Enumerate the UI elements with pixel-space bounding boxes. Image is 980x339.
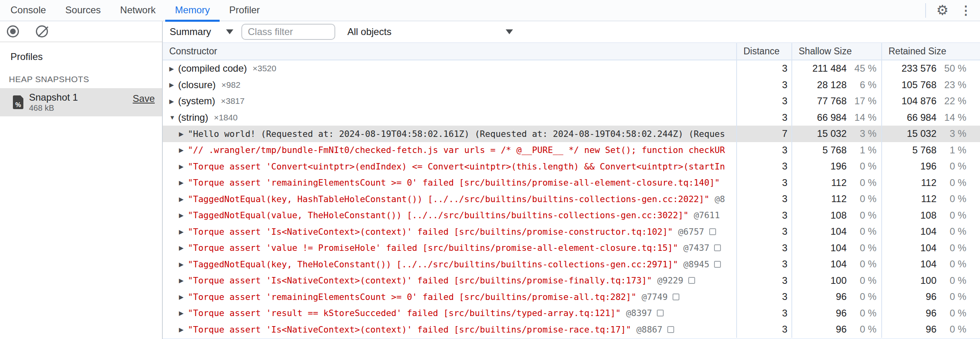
chevron-collapsed-icon[interactable]: ▶: [179, 294, 188, 300]
table-row[interactable]: ▶"TaggedNotEqual(key, TheHoleConstant())…: [163, 256, 980, 273]
retained-size-percent: 0 %: [936, 308, 980, 319]
distance-cell: 3: [737, 175, 792, 191]
chevron-collapsed-icon[interactable]: ▶: [179, 212, 188, 218]
retained-size-value: 5 768: [882, 145, 936, 156]
reveal-object-icon[interactable]: [709, 228, 716, 235]
distance-cell: 3: [737, 240, 792, 256]
sidebar-item-snapshot-1[interactable]: % Snapshot 1 468 kB Save: [0, 88, 162, 116]
retained-size-cell: 105 76823 %: [882, 77, 980, 93]
retained-size-percent: 0 %: [936, 324, 980, 335]
constructor-cell: ▶(system)×3817: [163, 93, 737, 110]
gear-icon[interactable]: ⚙: [936, 0, 949, 21]
table-row[interactable]: ▶"Torque assert 'Is<NativeContext>(conte…: [163, 223, 980, 240]
tabbar-divider: [925, 3, 926, 18]
object-id: @7611: [694, 210, 720, 220]
reveal-object-icon[interactable]: [714, 244, 721, 251]
table-row[interactable]: ▶"TaggedNotEqual(key, HashTableHoleConst…: [163, 191, 980, 207]
shallow-size-percent: 0 %: [847, 308, 881, 319]
shallow-size-cell: 1040 %: [792, 256, 882, 273]
chevron-collapsed-icon[interactable]: ▶: [179, 163, 188, 170]
reveal-object-icon[interactable]: [657, 310, 664, 316]
reveal-object-icon[interactable]: [667, 326, 674, 333]
table-row[interactable]: ▶(closure)×982328 1286 %105 76823 %: [163, 77, 980, 93]
chevron-collapsed-icon[interactable]: ▶: [169, 82, 178, 88]
column-header-shallow-size[interactable]: Shallow Size: [792, 43, 882, 60]
chevron-collapsed-icon[interactable]: ▶: [179, 196, 188, 202]
distance-cell: 3: [737, 305, 792, 322]
shallow-size-percent: 14 %: [847, 112, 881, 123]
column-header-constructor[interactable]: Constructor: [163, 43, 737, 60]
table-row[interactable]: ▶"Hello world! (Requested at: 2024-08-19…: [163, 126, 980, 142]
shallow-size-cell: 960 %: [792, 289, 882, 305]
constructor-name: (string): [178, 112, 208, 123]
reveal-object-icon[interactable]: [673, 294, 679, 300]
view-select[interactable]: Summary: [170, 21, 233, 42]
constructor-cell: ▶(compiled code)×3520: [163, 60, 737, 77]
shallow-size-cell: 66 98414 %: [792, 110, 882, 126]
table-row[interactable]: ▶(system)×3817377 76817 %104 87622 %: [163, 93, 980, 110]
chevron-collapsed-icon[interactable]: ▶: [179, 229, 188, 235]
table-row[interactable]: ▶"// .wrangler/tmp/bundle-FmNIt0/checked…: [163, 142, 980, 159]
tab-memory[interactable]: Memory: [165, 0, 220, 21]
table-row[interactable]: ▶"Torque assert 'Is<NativeContext>(conte…: [163, 273, 980, 289]
distance-cell: 3: [737, 191, 792, 207]
chevron-collapsed-icon[interactable]: ▶: [179, 147, 188, 153]
shallow-size-value: 96: [792, 308, 847, 319]
heap-snapshot-icon: %: [13, 95, 23, 109]
tab-console[interactable]: Console: [1, 0, 56, 21]
chevron-collapsed-icon[interactable]: ▶: [169, 66, 178, 72]
shallow-size-cell: 960 %: [792, 305, 882, 322]
chevron-collapsed-icon[interactable]: ▶: [179, 131, 188, 137]
chevron-collapsed-icon[interactable]: ▶: [179, 261, 188, 267]
clear-profiles-icon[interactable]: [36, 25, 48, 37]
table-row[interactable]: ▶"Torque assert 'result == kStoreSuccede…: [163, 305, 980, 322]
distance-cell: 3: [737, 93, 792, 110]
shallow-size-value: 77 768: [792, 95, 847, 107]
chevron-collapsed-icon[interactable]: ▶: [179, 310, 188, 316]
kebab-menu-icon[interactable]: ⋮: [960, 0, 972, 21]
table-row[interactable]: ▶"Torque assert 'value != PromiseHole' f…: [163, 240, 980, 256]
record-dot: [10, 29, 16, 34]
shallow-size-percent: 1 %: [847, 145, 881, 156]
string-value: "// .wrangler/tmp/bundle-FmNIt0/checked-…: [188, 145, 725, 155]
retained-size-cell: 1040 %: [882, 256, 980, 273]
string-value: "Torque assert 'remainingElementsCount >…: [188, 292, 636, 302]
instance-count: ×982: [221, 80, 240, 90]
record-heap-snapshot-icon[interactable]: [7, 25, 19, 37]
class-filter-input[interactable]: [241, 24, 335, 40]
chevron-collapsed-icon[interactable]: ▶: [179, 277, 188, 283]
chevron-collapsed-icon[interactable]: ▶: [179, 180, 188, 186]
column-header-distance[interactable]: Distance: [737, 43, 792, 60]
shallow-size-value: 96: [792, 291, 847, 302]
table-row[interactable]: ▶"Torque assert 'remainingElementsCount …: [163, 289, 980, 305]
retained-size-percent: 0 %: [936, 258, 980, 270]
retained-size-cell: 1040 %: [882, 223, 980, 240]
retained-size-cell: 5 7681 %: [882, 142, 980, 159]
distance-cell: 3: [737, 77, 792, 93]
table-row[interactable]: ▶(compiled code)×35203211 48445 %233 576…: [163, 60, 980, 77]
tab-network[interactable]: Network: [110, 0, 165, 21]
column-header-retained-size[interactable]: Retained Size: [882, 43, 980, 60]
constructor-cell: ▶"TaggedNotEqual(value, TheHoleConstant(…: [163, 207, 737, 224]
save-snapshot-link[interactable]: Save: [133, 93, 155, 104]
retained-size-value: 104: [882, 226, 936, 237]
chevron-collapsed-icon[interactable]: ▶: [169, 98, 178, 104]
reveal-object-icon[interactable]: [714, 261, 721, 268]
string-value: "Hello world! (Requested at: 2024-08-19T…: [188, 129, 725, 139]
table-row[interactable]: ▶"Torque assert 'remainingElementsCount …: [163, 175, 980, 191]
table-row[interactable]: ▶"Torque assert 'Convert<uintptr>(endInd…: [163, 158, 980, 175]
tab-profiler[interactable]: Profiler: [220, 0, 270, 21]
retained-size-cell: 960 %: [882, 305, 980, 322]
objects-select[interactable]: All objects: [347, 21, 513, 42]
table-row[interactable]: ▼(string)×1840366 98414 %66 98414 %: [163, 110, 980, 126]
chevron-collapsed-icon[interactable]: ▶: [179, 327, 188, 333]
chevron-collapsed-icon[interactable]: ▶: [179, 245, 188, 251]
chevron-expanded-icon[interactable]: ▼: [169, 114, 178, 120]
tab-sources[interactable]: Sources: [56, 0, 110, 21]
reveal-object-icon[interactable]: [688, 277, 695, 284]
shallow-size-value: 108: [792, 210, 847, 221]
table-row[interactable]: ▶"TaggedNotEqual(value, TheHoleConstant(…: [163, 207, 980, 224]
retained-size-percent: 0 %: [936, 275, 980, 286]
table-row[interactable]: ▶"Torque assert 'Is<NativeContext>(conte…: [163, 321, 980, 338]
shallow-size-cell: 77 76817 %: [792, 93, 882, 110]
